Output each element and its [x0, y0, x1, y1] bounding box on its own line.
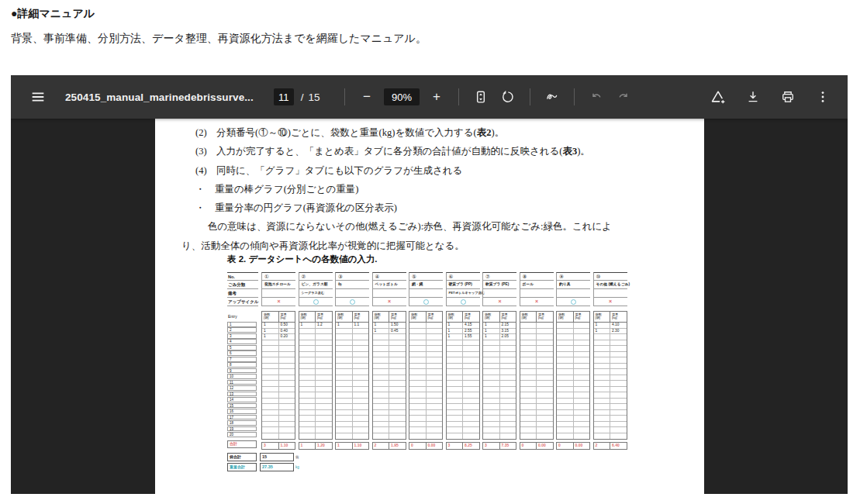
- weight-subheader: 重量[kg]: [352, 312, 369, 322]
- menu-button[interactable]: [28, 87, 48, 107]
- weight-value: [389, 375, 406, 381]
- weight-value: [573, 375, 590, 381]
- table-category-column: ④ペットボトル×袋数[袋]重量[kg]11.5010.4521.95: [372, 272, 406, 450]
- entry-row: [520, 387, 553, 393]
- zoom-in-button[interactable]: +: [427, 87, 447, 107]
- bags-value: [262, 399, 278, 404]
- entry-row: [557, 352, 589, 358]
- bags-value: [447, 422, 463, 427]
- weight-value: [536, 352, 553, 357]
- weight-total-unit: kg: [295, 463, 299, 471]
- entry-row: [557, 433, 589, 440]
- undo-button[interactable]: [586, 87, 606, 107]
- weight-value: [462, 392, 479, 398]
- entry-row-number: 16: [227, 409, 257, 414]
- entry-row: [520, 323, 553, 329]
- bags-value: [336, 340, 352, 346]
- bags-value: [447, 410, 463, 416]
- weight-value: [462, 357, 479, 363]
- bags-value: [447, 369, 463, 375]
- bags-value: [557, 375, 573, 381]
- entry-row: [520, 433, 553, 440]
- entry-row: [557, 364, 589, 370]
- weight-value: [499, 416, 516, 421]
- entry-row: [373, 369, 406, 375]
- bags-value: [409, 364, 426, 369]
- bags-value: [409, 422, 426, 427]
- entry-row: 10.20: [262, 334, 295, 340]
- print-button[interactable]: [778, 87, 798, 107]
- entry-row: [336, 387, 368, 393]
- entry-row: [373, 416, 406, 422]
- weight-value: [352, 352, 369, 357]
- entry-row: [594, 399, 627, 405]
- rotate-button[interactable]: [498, 87, 518, 107]
- weight-value: [573, 352, 590, 357]
- entry-row: 10.40: [262, 329, 295, 335]
- weight-subheader: 重量[kg]: [462, 312, 479, 322]
- entry-row: [299, 399, 332, 405]
- entry-row: [262, 404, 295, 410]
- entry-row-number: 5: [227, 345, 257, 350]
- entry-row: [557, 422, 589, 428]
- weight-value: [315, 352, 332, 357]
- weight-value: [462, 399, 479, 404]
- entry-row: [262, 433, 295, 440]
- entry-row-number: 10: [227, 374, 257, 379]
- table-category-column: ⑥硬質プラ (PP)PETボトルキャップ含む袋数[袋]重量[kg]14.1512…: [446, 272, 480, 450]
- bags-value: [520, 329, 537, 334]
- weight-value: [536, 427, 553, 433]
- bags-value: [373, 340, 389, 346]
- entry-row: [483, 364, 516, 370]
- bags-value: [299, 375, 316, 381]
- weight-value: [536, 329, 553, 334]
- bags-value: [262, 352, 278, 357]
- entry-row: [594, 433, 627, 440]
- entry-row: [483, 387, 516, 393]
- zoom-out-button[interactable]: −: [357, 87, 377, 107]
- bags-value: [409, 346, 426, 351]
- entry-row: [373, 357, 406, 364]
- weight-value: [389, 364, 406, 369]
- entry-row: [520, 357, 553, 364]
- entry-row: [299, 404, 332, 410]
- page-number-input[interactable]: 11: [274, 88, 294, 105]
- annotate-button[interactable]: [542, 87, 562, 107]
- weight-value: [315, 364, 332, 369]
- bags-value: [336, 352, 352, 357]
- download-button[interactable]: [743, 87, 763, 107]
- category-number: ⑩: [593, 272, 627, 281]
- more-icon: [815, 89, 831, 105]
- bags-subheader: 袋数[袋]: [299, 312, 316, 322]
- redo-button[interactable]: [613, 87, 634, 107]
- row-label-upcycle: アップサイクル: [227, 298, 258, 306]
- weight-value: [278, 392, 295, 398]
- bags-value: [447, 416, 463, 421]
- table-caption: 表 2. データシートへの各数値の入力.: [227, 254, 378, 265]
- entry-row: [483, 433, 516, 440]
- weight-value: [389, 369, 406, 375]
- entry-row: [557, 323, 589, 329]
- more-button[interactable]: [813, 87, 833, 107]
- zoom-level[interactable]: 90%: [384, 88, 420, 105]
- weight-value: [278, 346, 295, 351]
- fit-page-button[interactable]: [471, 87, 491, 107]
- entry-row: [262, 357, 295, 364]
- entry-row: [336, 369, 368, 375]
- entry-row: [262, 387, 295, 393]
- category-number: ⑨: [556, 272, 590, 281]
- bags-value: [520, 410, 537, 416]
- weight-subheader: 重量[kg]: [389, 312, 406, 322]
- weight-value: [315, 329, 332, 334]
- weight-value: [462, 416, 479, 421]
- entry-box: 袋数[袋]重量[kg]: [556, 311, 590, 440]
- row-label-remark: 備考: [227, 289, 258, 298]
- bags-value: [299, 387, 316, 392]
- drive-add-button[interactable]: [708, 87, 728, 107]
- weight-value: [573, 427, 590, 433]
- weight-value: [499, 392, 516, 398]
- weight-value: [573, 357, 590, 363]
- total-weight: 0.00: [536, 443, 553, 449]
- pdf-canvas[interactable]: (2) 分類番号(①～⑩)ごとに、袋数と重量(kg)を数値で入力する(表2)。(…: [11, 119, 848, 494]
- entry-row: [299, 369, 332, 375]
